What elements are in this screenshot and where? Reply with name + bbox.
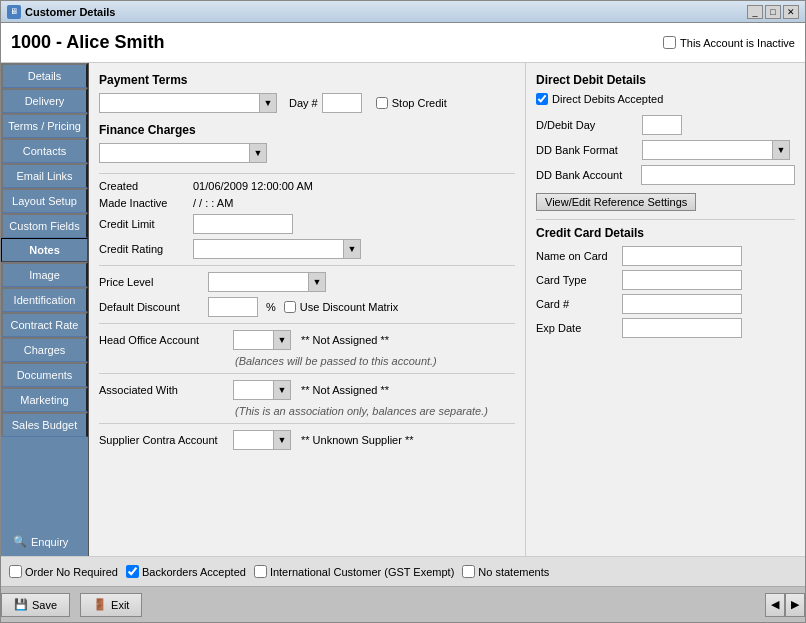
card-name-row: Name on Card — [536, 246, 795, 266]
head-office-combo: 0 ▼ — [233, 330, 291, 350]
minimize-button[interactable]: _ — [747, 5, 763, 19]
head-office-dropdown-btn[interactable]: ▼ — [273, 330, 291, 350]
bank-account-input[interactable]: 01-0834- -00 — [641, 165, 795, 185]
next-button[interactable]: ▶ — [785, 593, 805, 617]
inactive-label: This Account is Inactive — [680, 37, 795, 49]
sidebar-item-marketing[interactable]: Marketing — [1, 387, 88, 412]
save-icon: 💾 — [14, 598, 28, 611]
order-no-required-wrap: Order No Required — [9, 565, 118, 578]
sidebar-item-custom-fields[interactable]: Custom Fields — [1, 213, 88, 238]
use-discount-matrix-label: Use Discount Matrix — [300, 301, 398, 313]
sidebar-item-identification[interactable]: Identification — [1, 287, 88, 312]
close-button[interactable]: ✕ — [783, 5, 799, 19]
associated-combo: 0 ▼ — [233, 380, 291, 400]
associated-dropdown-btn[interactable]: ▼ — [273, 380, 291, 400]
sidebar-item-contract-rate[interactable]: Contract Rate — [1, 312, 88, 337]
associated-input[interactable]: 0 — [233, 380, 273, 400]
card-expiry-input[interactable] — [622, 318, 742, 338]
main-content: Details Delivery Terms / Pricing Contact… — [1, 63, 805, 556]
sidebar-item-contacts[interactable]: Contacts — [1, 138, 88, 163]
maximize-button[interactable]: □ — [765, 5, 781, 19]
footer: 💾 Save 🚪 Exit ◀ ▶ — [1, 586, 805, 622]
exit-button[interactable]: 🚪 Exit — [80, 593, 142, 617]
sidebar-item-layout-setup[interactable]: Layout Setup — [1, 188, 88, 213]
day-label: Day # — [289, 97, 318, 109]
international-wrap: International Customer (GST Exempt) — [254, 565, 454, 578]
price-level-label: Price Level — [99, 276, 204, 288]
card-name-label: Name on Card — [536, 250, 616, 262]
credit-rating-dropdown-btn[interactable]: ▼ — [343, 239, 361, 259]
finance-rate-combo: Use Default Rate ▼ — [99, 143, 267, 163]
card-number-input[interactable] — [622, 294, 742, 314]
associated-sub-note: (This is an association only, balances a… — [235, 405, 515, 417]
bank-format-row: DD Bank Format New Zealand Bank format ▼ — [536, 140, 795, 160]
sidebar-item-notes[interactable]: Notes — [1, 238, 88, 262]
payment-terms-title: Payment Terms — [99, 73, 515, 87]
finance-rate-input[interactable]: Use Default Rate — [99, 143, 249, 163]
payment-terms-section: Payment Terms Given Day After EOM ▼ Day … — [99, 73, 515, 113]
default-discount-input[interactable]: 5.00 — [208, 297, 258, 317]
divider-4 — [99, 373, 515, 374]
save-button[interactable]: 💾 Save — [1, 593, 70, 617]
stop-credit-label: Stop Credit — [392, 97, 447, 109]
supplier-contra-dropdown-btn[interactable]: ▼ — [273, 430, 291, 450]
inactive-checkbox[interactable] — [663, 36, 676, 49]
sidebar-item-email-links[interactable]: Email Links — [1, 163, 88, 188]
page-title: 1000 - Alice Smith — [11, 32, 164, 53]
bank-account-label: DD Bank Account — [536, 169, 635, 181]
associated-section: Associated With 0 ▼ ** Not Assigned ** (… — [99, 380, 515, 417]
sidebar: Details Delivery Terms / Pricing Contact… — [1, 63, 89, 556]
supplier-contra-input[interactable]: 505 — [233, 430, 273, 450]
head-office-section: Head Office Account 0 ▼ ** Not Assigned … — [99, 330, 515, 367]
head-office-input[interactable]: 0 — [233, 330, 273, 350]
order-no-required-checkbox[interactable] — [9, 565, 22, 578]
direct-debits-accepted-checkbox[interactable] — [536, 93, 548, 105]
sidebar-item-charges[interactable]: Charges — [1, 337, 88, 362]
credit-limit-input[interactable]: 25000 — [193, 214, 293, 234]
international-label: International Customer (GST Exempt) — [270, 566, 454, 578]
price-level-dropdown-btn[interactable]: ▼ — [308, 272, 326, 292]
footer-nav: ◀ ▶ — [765, 593, 805, 617]
divider-3 — [99, 323, 515, 324]
card-name-input[interactable] — [622, 246, 742, 266]
inactive-checkbox-wrap: This Account is Inactive — [663, 36, 795, 49]
payment-method-dropdown-btn[interactable]: ▼ — [259, 93, 277, 113]
payment-method-combo: Given Day After EOM ▼ — [99, 93, 277, 113]
sidebar-item-delivery[interactable]: Delivery — [1, 88, 88, 113]
sidebar-item-details[interactable]: Details — [1, 63, 88, 88]
bank-format-combo: New Zealand Bank format ▼ — [642, 140, 790, 160]
finance-rate-dropdown-btn[interactable]: ▼ — [249, 143, 267, 163]
enquiry-button[interactable]: 🔍 Enquiry — [5, 531, 84, 552]
sidebar-item-terms-pricing[interactable]: Terms / Pricing — [1, 113, 88, 138]
card-type-input[interactable] — [622, 270, 742, 290]
stop-credit-checkbox[interactable] — [376, 97, 388, 109]
backorders-accepted-checkbox[interactable] — [126, 565, 139, 578]
bank-format-dropdown-btn[interactable]: ▼ — [772, 140, 790, 160]
sidebar-item-image[interactable]: Image — [1, 262, 88, 287]
app-icon: 🖥 — [7, 5, 21, 19]
default-discount-label: Default Discount — [99, 301, 204, 313]
divider-2 — [99, 265, 515, 266]
debit-day-input[interactable]: 1 — [642, 115, 682, 135]
divider-1 — [99, 173, 515, 174]
right-panel: Direct Debit Details Direct Debits Accep… — [525, 63, 805, 556]
view-edit-reference-button[interactable]: View/Edit Reference Settings — [536, 193, 696, 211]
no-statements-label: No statements — [478, 566, 549, 578]
bank-format-input[interactable]: New Zealand Bank format — [642, 140, 772, 160]
credit-rating-label: Credit Rating — [99, 243, 189, 255]
sidebar-item-sales-budget[interactable]: Sales Budget — [1, 412, 88, 437]
use-discount-matrix-wrap: Use Discount Matrix — [284, 301, 398, 313]
prev-button[interactable]: ◀ — [765, 593, 785, 617]
no-statements-checkbox[interactable] — [462, 565, 475, 578]
payment-method-input[interactable]: Given Day After EOM — [99, 93, 259, 113]
use-discount-matrix-checkbox[interactable] — [284, 301, 296, 313]
created-value: 01/06/2009 12:00:00 AM — [193, 180, 313, 192]
sidebar-item-documents[interactable]: Documents — [1, 362, 88, 387]
price-level-input[interactable]: Retail — [208, 272, 308, 292]
international-checkbox[interactable] — [254, 565, 267, 578]
supplier-contra-label: Supplier Contra Account — [99, 434, 229, 446]
day-number-input[interactable]: 20 — [322, 93, 362, 113]
view-edit-btn-wrap: View/Edit Reference Settings — [536, 193, 795, 211]
associated-note: ** Not Assigned ** — [301, 384, 389, 396]
credit-rating-input[interactable]: Very good, pays on time — [193, 239, 343, 259]
